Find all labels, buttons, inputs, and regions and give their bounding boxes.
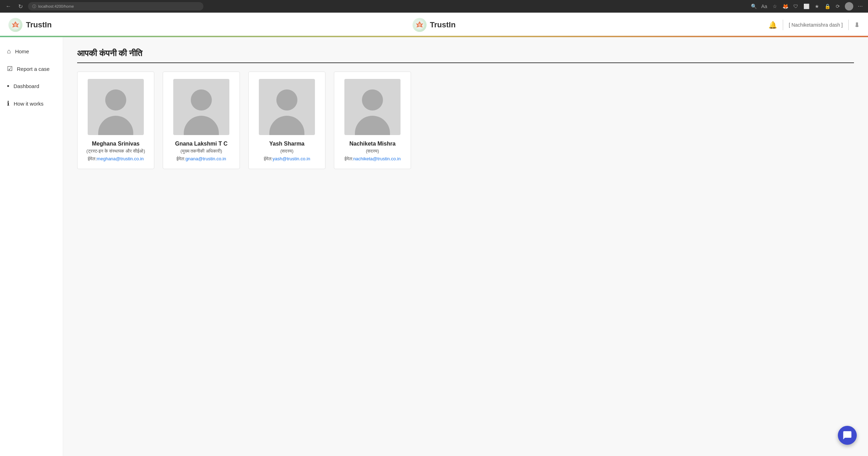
section-title: आपकी कंपनी की नीति xyxy=(77,48,854,63)
app-header: TrustIn TrustIn 🔔 [ Nachiketamishra dash… xyxy=(0,13,868,37)
trustin-logo-svg-center xyxy=(414,20,425,30)
header-divider-2 xyxy=(848,20,849,30)
header-center-logo: TrustIn xyxy=(412,18,456,32)
bookmark-icon[interactable]: ☆ xyxy=(771,3,778,10)
chat-icon xyxy=(842,430,852,440)
email-label-1: ईमेल: xyxy=(176,156,186,161)
member-role-2: (सदस्य) xyxy=(256,148,318,154)
member-name-3: Nachiketa Mishra xyxy=(341,141,404,147)
member-name-0: Meghana Srinivas xyxy=(85,141,147,147)
report-icon: ☑ xyxy=(7,65,13,73)
sidebar-label-report-case: Report a case xyxy=(17,66,49,72)
avatar-head-1 xyxy=(191,89,212,110)
member-role-0: (ट्रस्ट-इन के संस्थापक और सीईओ) xyxy=(85,148,147,154)
dashboard-icon: ▪ xyxy=(7,82,9,90)
user-name-label[interactable]: [ Nachiketamishra dash ] xyxy=(789,22,843,28)
member-card-0: Meghana Srinivas (ट्रस्ट-इन के संस्थापक … xyxy=(77,72,154,169)
url-bar[interactable]: ⓘ localhost:4200/home xyxy=(28,2,203,11)
header-right: 🔔 [ Nachiketamishra dash ] ⥥ xyxy=(768,20,860,30)
logo-text-left: TrustIn xyxy=(26,20,52,29)
reader-icon[interactable]: Aa xyxy=(761,3,768,10)
logo-text-center: TrustIn xyxy=(430,20,456,29)
member-email-3: ईमेल:nachiketa@trustin.co.in xyxy=(341,156,404,162)
chat-button[interactable] xyxy=(838,426,857,445)
sidebar-item-home[interactable]: ⌂ Home xyxy=(0,43,63,60)
shield-icon[interactable]: 🛡 xyxy=(792,3,799,10)
email-label-2: ईमेल: xyxy=(264,156,273,161)
sidebar-label-how-it-works: How it works xyxy=(14,101,43,107)
split-view-icon[interactable]: ⬜ xyxy=(803,3,810,10)
email-link-0[interactable]: meghana@trustin.co.in xyxy=(97,156,144,161)
email-label-3: ईमेल: xyxy=(344,156,354,161)
avatar-head-3 xyxy=(362,89,383,110)
member-card-3: Nachiketa Mishra (सदस्य) ईमेल:nachiketa@… xyxy=(334,72,411,169)
avatar-body-2 xyxy=(269,116,304,135)
sidebar-item-how-it-works[interactable]: ℹ How it works xyxy=(0,95,63,112)
refresh-button[interactable]: ↻ xyxy=(16,2,25,11)
main-content: आपकी कंपनी की नीति Meghana Srinivas (ट्र… xyxy=(63,37,868,456)
member-role-1: (मुख्य तकनीकी अधिकारी) xyxy=(170,148,233,154)
member-avatar-1 xyxy=(173,79,229,135)
avatar-body-1 xyxy=(184,116,219,135)
browser-profile-avatar[interactable] xyxy=(845,2,853,11)
logout-icon[interactable]: ⥥ xyxy=(854,21,860,29)
email-link-2[interactable]: yash@trustin.co.in xyxy=(272,156,310,161)
svg-point-2 xyxy=(14,24,17,26)
back-button[interactable]: ← xyxy=(4,2,13,11)
member-email-2: ईमेल:yash@trustin.co.in xyxy=(256,156,318,162)
star-icon[interactable]: ★ xyxy=(813,3,820,10)
email-link-1[interactable]: gnana@trustin.co.in xyxy=(186,156,226,161)
browser-toolbar: 🔍 Aa ☆ 🦊 🛡 ⬜ ★ 🔒 ⟳ ⋯ xyxy=(750,2,864,11)
menu-icon[interactable]: ⋯ xyxy=(857,3,864,10)
url-text: localhost:4200/home xyxy=(38,4,74,8)
extension-icon[interactable]: 🦊 xyxy=(782,3,789,10)
browser-chrome: ← ↻ ⓘ localhost:4200/home 🔍 Aa ☆ 🦊 🛡 ⬜ ★… xyxy=(0,0,868,13)
sidebar-item-report-case[interactable]: ☑ Report a case xyxy=(0,60,63,78)
notification-bell-icon[interactable]: 🔔 xyxy=(768,21,777,29)
sidebar-label-dashboard: Dashboard xyxy=(13,83,39,89)
member-role-3: (सदस्य) xyxy=(341,148,404,154)
avatar-head-2 xyxy=(276,89,297,110)
member-name-1: Gnana Lakshmi T C xyxy=(170,141,233,147)
sidebar-item-dashboard[interactable]: ▪ Dashboard xyxy=(0,78,63,95)
trustin-logo-svg-left xyxy=(10,20,21,30)
member-card-2: Yash Sharma (सदस्य) ईमेल:yash@trustin.co… xyxy=(248,72,325,169)
avatar-body-0 xyxy=(98,116,133,135)
member-card-1: Gnana Lakshmi T C (मुख्य तकनीकी अधिकारी)… xyxy=(163,72,240,169)
home-icon: ⌂ xyxy=(7,48,11,55)
member-name-2: Yash Sharma xyxy=(256,141,318,147)
avatar-head-0 xyxy=(105,89,126,110)
member-avatar-0 xyxy=(88,79,144,135)
avatar-body-3 xyxy=(355,116,390,135)
logo-left: TrustIn xyxy=(8,18,52,32)
member-avatar-2 xyxy=(259,79,315,135)
info-icon: ⓘ xyxy=(32,4,36,9)
share-icon[interactable]: ⟳ xyxy=(834,3,841,10)
member-avatar-3 xyxy=(344,79,401,135)
lock-icon[interactable]: 🔒 xyxy=(824,3,831,10)
header-divider xyxy=(783,20,783,30)
app-body: ⌂ Home ☑ Report a case ▪ Dashboard ℹ How… xyxy=(0,37,868,456)
logo-icon-left xyxy=(8,18,22,32)
member-email-0: ईमेल:meghana@trustin.co.in xyxy=(85,156,147,162)
svg-point-5 xyxy=(418,24,421,26)
sidebar: ⌂ Home ☑ Report a case ▪ Dashboard ℹ How… xyxy=(0,37,63,456)
user-display-name: [ Nachiketamishra dash ] xyxy=(789,22,843,28)
search-icon[interactable]: 🔍 xyxy=(750,3,757,10)
members-cards-container: Meghana Srinivas (ट्रस्ट-इन के संस्थापक … xyxy=(77,72,854,169)
info-circle-icon: ℹ xyxy=(7,100,9,107)
email-link-3[interactable]: nachiketa@trustin.co.in xyxy=(353,156,401,161)
email-label-0: ईमेल: xyxy=(88,156,97,161)
sidebar-label-home: Home xyxy=(15,48,29,54)
logo-icon-center xyxy=(412,18,426,32)
member-email-1: ईमेल:gnana@trustin.co.in xyxy=(170,156,233,162)
